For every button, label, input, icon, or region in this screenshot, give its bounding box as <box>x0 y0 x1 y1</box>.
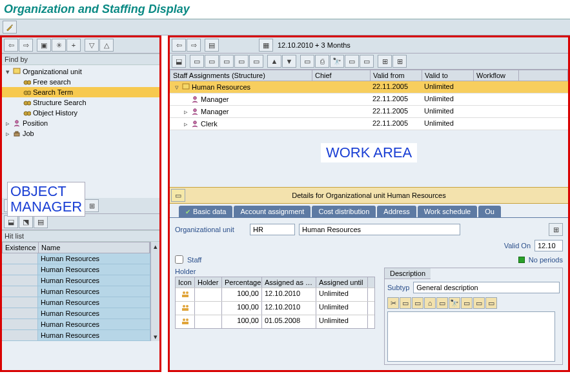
up-icon[interactable]: ▲ <box>267 55 281 68</box>
hitlist-row[interactable]: Human Resources <box>2 297 150 308</box>
org-name-field[interactable] <box>299 224 460 235</box>
t6-icon[interactable]: ▭ <box>249 55 263 68</box>
col-validto[interactable]: Valid to <box>422 70 474 81</box>
d6-icon[interactable]: 🔭 <box>449 297 460 309</box>
hitlist-row[interactable]: Human Resources <box>2 253 150 264</box>
t8-icon[interactable]: ▭ <box>345 55 359 68</box>
assignments-body[interactable]: ▿Human Resources22.11.2005UnlimitedManag… <box>170 81 568 130</box>
tree-item[interactable]: Free search <box>2 77 159 87</box>
holder-row[interactable]: 100,0012.10.2010Unlimited <box>176 288 374 301</box>
holder-row[interactable]: 100,0001.05.2008Unlimited <box>176 315 374 328</box>
details-toggle-icon[interactable]: ▭ <box>171 189 185 202</box>
d4-icon[interactable]: ⌂ <box>424 297 436 309</box>
tree-item[interactable]: ▹Job <box>2 128 159 139</box>
org-help-icon[interactable]: ⊞ <box>549 223 563 236</box>
hitlist-row[interactable]: Human Resources <box>2 275 150 286</box>
t9-icon[interactable]: ▭ <box>360 55 374 68</box>
col-chief[interactable]: Chief <box>312 70 371 81</box>
d9-icon[interactable]: ▭ <box>485 297 497 309</box>
t2-icon[interactable]: ▭ <box>190 55 204 68</box>
subtyp-field[interactable] <box>413 282 560 293</box>
tab-address[interactable]: Address <box>377 206 416 217</box>
tree-item[interactable]: Object History <box>2 108 159 118</box>
print2-icon[interactable]: ⎙ <box>315 55 329 68</box>
layout-icon[interactable]: ▤ <box>205 39 219 52</box>
t5-icon[interactable]: ▭ <box>234 55 249 68</box>
t11-icon[interactable]: ⊞ <box>392 55 407 68</box>
plus-icon[interactable]: + <box>66 39 81 52</box>
back-icon[interactable]: ⇦ <box>4 39 18 52</box>
tree-item-label: Organizational unit <box>23 68 82 75</box>
tree-item[interactable]: Structure Search <box>2 97 159 108</box>
col-holder[interactable]: Holder <box>195 277 222 288</box>
assignment-row[interactable]: ▿Human Resources22.11.2005Unlimited <box>170 81 568 93</box>
col-until[interactable]: Assigned until <box>316 277 368 288</box>
scrollbar[interactable]: ▴ ▾ <box>150 242 159 341</box>
t1-icon[interactable]: ⬓ <box>172 55 186 68</box>
tab-work-schedule[interactable]: Work schedule <box>418 206 478 217</box>
assignment-row[interactable]: ▹Clerk22.11.2005Unlimited <box>170 118 568 130</box>
col-validfrom[interactable]: Valid from <box>371 70 422 81</box>
collapse-all-icon[interactable]: ▽ <box>85 39 99 52</box>
scroll-up-icon[interactable]: ▴ <box>151 242 160 251</box>
hitlist-body[interactable]: Human ResourcesHuman ResourcesHuman Reso… <box>2 253 150 341</box>
d3-icon[interactable]: ▭ <box>412 297 423 309</box>
forward-icon[interactable]: ⇨ <box>187 39 201 52</box>
find-by-label: Find by <box>2 54 159 65</box>
description-textarea[interactable] <box>387 311 555 362</box>
col-icon[interactable]: Icon <box>176 277 195 288</box>
wand-icon[interactable] <box>3 21 17 34</box>
t10-icon[interactable]: ⊞ <box>378 55 392 68</box>
holder-row[interactable]: 100,0012.10.2010Unlimited <box>176 301 374 315</box>
hitlist-row[interactable]: Human Resources <box>2 319 150 330</box>
doc-icon[interactable]: ▤ <box>34 215 48 228</box>
tree-item[interactable]: Search Term <box>2 87 159 97</box>
calendar-icon[interactable]: ▦ <box>259 39 273 52</box>
binoculars-icon[interactable]: 🔭 <box>330 55 344 68</box>
tab-ou[interactable]: Ou <box>478 206 501 217</box>
layout-icon[interactable]: ⊞ <box>85 199 99 212</box>
valid-on-field[interactable] <box>534 240 563 251</box>
d1-icon[interactable]: ✂ <box>387 297 399 309</box>
assignment-row[interactable]: Manager22.11.2005Unlimited <box>170 93 568 106</box>
staff-checkbox[interactable] <box>175 255 183 264</box>
down-icon[interactable]: ▼ <box>282 55 296 68</box>
col-pct[interactable]: Percentage <box>222 277 262 288</box>
hier2-icon[interactable]: ⬔ <box>19 215 33 228</box>
col-workflow[interactable]: Workflow <box>474 70 519 81</box>
t3-icon[interactable]: ▭ <box>205 55 219 68</box>
d2-icon[interactable]: ▭ <box>400 297 411 309</box>
t4-icon[interactable]: ▭ <box>219 55 234 68</box>
find-by-tree[interactable]: ▾Organizational unitFree searchSearch Te… <box>2 65 159 140</box>
hitlist-row[interactable]: Human Resources <box>2 286 150 297</box>
d7-icon[interactable]: ▭ <box>461 297 473 309</box>
col-staff[interactable]: Staff Assignments (Structure) <box>170 70 312 81</box>
tab-basic-data[interactable]: Basic data <box>179 206 232 217</box>
tree-item[interactable]: ▾Organizational unit <box>2 66 159 77</box>
forward-icon[interactable]: ⇨ <box>19 39 33 52</box>
hier-icon[interactable]: ⬓ <box>4 215 18 228</box>
star-icon[interactable]: ✳ <box>52 39 66 52</box>
expand-icon[interactable]: ▣ <box>37 39 51 52</box>
hitlist-name: Human Resources <box>38 286 150 297</box>
tab-account-assignment[interactable]: Account assignment <box>234 206 310 217</box>
wa-toolbar: ⬓ ▭ ▭ ▭ ▭ ▭ ▲ ▼ ▭ ⎙ 🔭 ▭ ▭ ⊞ ⊞ <box>170 54 568 70</box>
hitlist-row[interactable]: Human Resources <box>2 330 150 341</box>
description-tab[interactable]: Description <box>385 268 431 279</box>
d5-icon[interactable]: ▭ <box>436 297 448 309</box>
col-existence[interactable]: Existence <box>3 242 39 253</box>
d8-icon[interactable]: ▭ <box>473 297 485 309</box>
svg-rect-0 <box>14 68 20 74</box>
col-from[interactable]: Assigned as … <box>262 277 316 288</box>
assignment-row[interactable]: ▹Manager22.11.2005Unlimited <box>170 106 568 118</box>
t7-icon[interactable]: ▭ <box>300 55 314 68</box>
scroll-down-icon[interactable]: ▾ <box>151 332 160 341</box>
tab-cost-distribution[interactable]: Cost distribution <box>312 206 376 217</box>
col-name[interactable]: Name <box>39 242 150 253</box>
org-code-field[interactable] <box>250 224 295 235</box>
tree-item[interactable]: ▹Position <box>2 118 159 128</box>
hitlist-row[interactable]: Human Resources <box>2 264 150 275</box>
back-icon[interactable]: ⇦ <box>172 39 186 52</box>
hitlist-row[interactable]: Human Resources <box>2 308 150 319</box>
expand-all-icon[interactable]: △ <box>99 39 114 52</box>
